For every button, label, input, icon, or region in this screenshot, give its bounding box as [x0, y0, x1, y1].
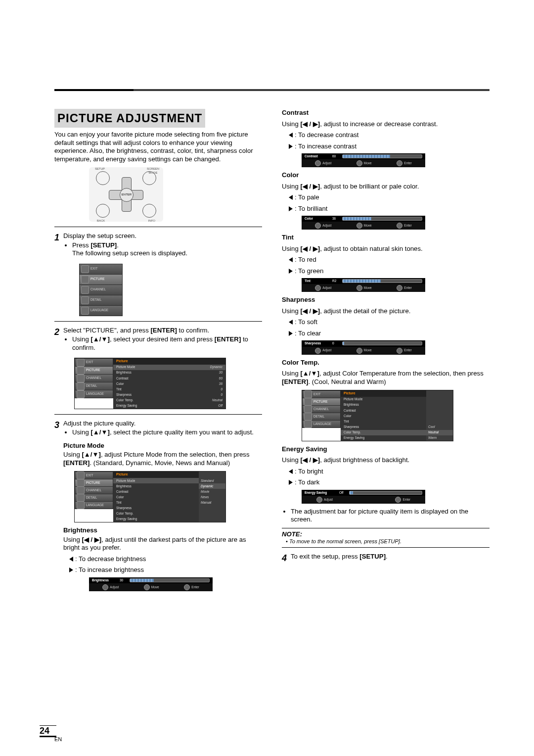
tint-head: Tint: [282, 234, 490, 242]
osd-brightness-slider: Brightness30 Adjust Move Enter: [89, 577, 213, 591]
page-number: 24: [40, 725, 56, 737]
dpad-icon: ENTER: [109, 177, 143, 212]
step-4: 4 To exit the setup, press [SETUP].: [282, 553, 490, 564]
osd-tint-slider: TintR2 Adjust Move Enter: [302, 278, 425, 292]
picture-mode-head: Picture Mode: [63, 442, 262, 450]
step-3: 3 Adjust the picture quality. Using [▲/▼…: [54, 420, 262, 439]
step-1: 1 Display the setup screen. Press [SETUP…: [54, 232, 262, 260]
contrast-head: Contrast: [282, 109, 490, 117]
sharpness-head: Sharpness: [282, 296, 490, 304]
osd-contrast-slider: Contrast60 Adjust Move Enter: [302, 153, 425, 167]
remote-graphic: SETUP SCREEN MODE BACK INFO ENTER: [89, 167, 163, 222]
note-box: NOTE: • To move to the normal screen, pr…: [282, 528, 490, 548]
language-tag: EN: [54, 736, 62, 743]
intro-text: You can enjoy your favorite picture mode…: [54, 131, 262, 163]
osd-energy-slider: Energy SavingOff Adjust Enter: [302, 490, 425, 504]
page-title: PICTURE ADJUSTMENT: [54, 109, 205, 128]
osd-color-slider: Color36 Adjust Move Enter: [302, 216, 425, 230]
osd-colortemp-options: EXIT PICTURE CHANNEL DETAIL LANGUAGE Pic…: [302, 390, 453, 441]
osd-picture-values: EXIT PICTURE CHANNEL DETAIL LANGUAGE Pic…: [74, 358, 226, 409]
color-head: Color: [282, 171, 490, 180]
colortemp-head: Color Temp.: [282, 359, 490, 367]
brightness-head: Brightness: [63, 526, 262, 535]
osd-setup-menu: EXIT PICTURE CHANNEL DETAIL LANGUAGE: [79, 264, 123, 316]
osd-sharpness-slider: Sharpness0 Adjust Move Enter: [302, 340, 425, 354]
after-energy-note: The adjustment bar for picture quality i…: [291, 508, 490, 524]
osd-picture-mode-options: EXIT PICTURE CHANNEL DETAIL LANGUAGE Pic…: [74, 471, 226, 522]
right-column: Contrast Using [◀ / ▶], adjust to increa…: [282, 109, 490, 595]
manual-page: PICTURE ADJUSTMENT You can enjoy your fa…: [0, 0, 534, 756]
step-2: 2 Select "PICTURE", and press [ENTER] to…: [54, 327, 262, 354]
header-rule: [54, 89, 490, 91]
left-column: PICTURE ADJUSTMENT You can enjoy your fa…: [54, 109, 262, 595]
energy-head: Energy Saving: [282, 445, 490, 454]
